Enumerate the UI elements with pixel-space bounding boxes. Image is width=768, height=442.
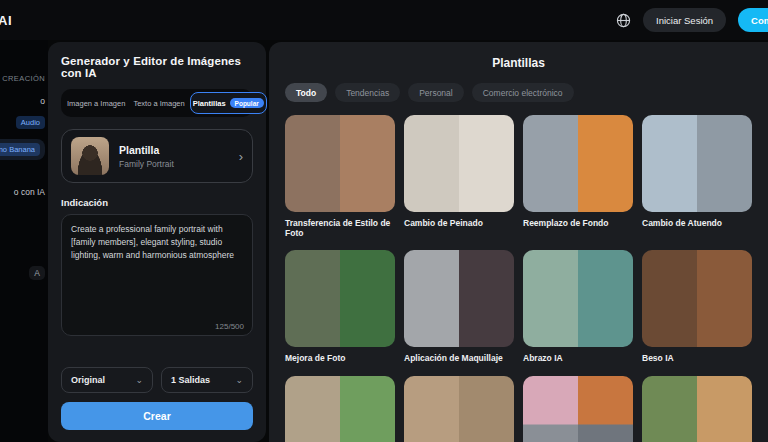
prompt-input[interactable]: Create a professional family portrait wi… <box>61 214 253 336</box>
chevron-down-icon: ⌄ <box>135 375 143 385</box>
filter-chip[interactable]: Tendencias <box>335 83 400 102</box>
generator-title: Generador y Editor de Imágenes con IA <box>61 55 253 79</box>
sidebar-item-label: E CREACIÓN <box>0 74 45 83</box>
template-image <box>523 115 633 212</box>
mode-tab[interactable]: Texto a Imagen <box>130 92 187 114</box>
template-image <box>523 250 633 347</box>
template-card-label: Mejora de Foto <box>285 353 395 363</box>
sidebar-item[interactable]: E CREACIÓN <box>0 74 45 83</box>
prompt-counter: 125/500 <box>215 322 244 331</box>
template-grid-card[interactable]: Reemplazo de Fondo <box>523 115 633 238</box>
selected-template-card[interactable]: Plantilla Family Portrait › <box>61 129 253 183</box>
template-grid-card[interactable]: Transferencia de Estilo de Foto <box>285 115 395 238</box>
template-image <box>404 115 514 212</box>
template-grid-card[interactable] <box>642 376 752 442</box>
sidebar-item[interactable]: ano Banana <box>0 139 45 160</box>
template-image <box>642 250 752 347</box>
filter-chip-label: Personal <box>419 88 453 98</box>
template-grid-card[interactable]: Cambio de Atuendo <box>642 115 752 238</box>
template-title: Plantilla <box>119 144 229 156</box>
template-image <box>285 250 395 347</box>
sidebar-item-label: o con IA <box>14 187 45 197</box>
size-select[interactable]: Original ⌄ <box>61 367 153 393</box>
filter-chip[interactable]: Todo <box>285 83 327 102</box>
filter-chip-label: Todo <box>296 88 316 98</box>
template-grid-card[interactable]: Aplicación de Maquillaje <box>404 250 514 363</box>
template-image <box>404 250 514 347</box>
globe-icon[interactable] <box>616 13 631 28</box>
template-grid-card[interactable] <box>285 376 395 442</box>
template-image <box>285 376 395 442</box>
template-grid-card[interactable]: Beso IA <box>642 250 752 363</box>
template-filters: Todo Tendencias Personal Comercio electr… <box>285 83 752 102</box>
template-image <box>404 376 514 442</box>
prompt-label: Indicación <box>61 197 253 208</box>
filter-chip-label: Tendencias <box>346 88 389 98</box>
template-card-label: Abrazo IA <box>523 353 633 363</box>
sidebar-item[interactable]: A <box>29 266 45 280</box>
template-card-label: Aplicación de Maquillaje <box>404 353 514 363</box>
template-image <box>523 376 633 442</box>
sidebar-item[interactable]: Audio <box>11 116 45 129</box>
template-grid-card[interactable]: Mejora de Foto <box>285 250 395 363</box>
topbar-actions: Iniciar Sesión Comenzar <box>616 8 768 32</box>
template-image <box>642 115 752 212</box>
tab-label: Texto a Imagen <box>133 99 184 108</box>
mode-tabs: Imagen a Imagen Texto a Imagen Plantilla… <box>61 89 253 117</box>
template-grid-card[interactable] <box>404 376 514 442</box>
app-logo: AI <box>0 13 12 28</box>
size-select-value: Original <box>71 375 105 385</box>
template-card-label: Reemplazo de Fondo <box>523 218 633 228</box>
filter-chip[interactable]: Personal <box>408 83 464 102</box>
sidebar-item[interactable]: o <box>40 96 45 106</box>
filter-chip-label: Comercio electrónico <box>483 88 563 98</box>
template-thumbnail <box>71 137 109 175</box>
template-grid-card[interactable] <box>523 376 633 442</box>
sidebar-rail: E CREACIÓN o Audio ano Banana o con IA A <box>0 40 48 442</box>
filter-chip[interactable]: Comercio electrónico <box>472 83 574 102</box>
template-card-label: Cambio de Atuendo <box>642 218 752 228</box>
top-bar: AI Iniciar Sesión Comenzar <box>0 0 768 40</box>
template-subtitle: Family Portrait <box>119 159 229 169</box>
mode-tab[interactable]: Plantillas Popular <box>190 92 267 114</box>
sidebar-item-badge: ano Banana <box>0 143 40 156</box>
template-card-label: Transferencia de Estilo de Foto <box>285 218 395 238</box>
chevron-right-icon: › <box>239 150 243 163</box>
sidebar-item[interactable]: o con IA <box>14 187 45 197</box>
generator-panel: Generador y Editor de Imágenes con IA Im… <box>48 42 266 442</box>
login-button[interactable]: Iniciar Sesión <box>643 8 726 32</box>
template-image <box>285 115 395 212</box>
template-card-label: Cambio de Peinado <box>404 218 514 228</box>
mode-tab[interactable]: Imagen a Imagen <box>64 92 128 114</box>
outputs-select[interactable]: 1 Salidas ⌄ <box>161 367 253 393</box>
template-image <box>642 376 752 442</box>
tab-label: Imagen a Imagen <box>67 99 125 108</box>
sidebar-item-label: o <box>40 96 45 106</box>
get-started-button[interactable]: Comenzar <box>738 8 768 32</box>
sidebar-item-label: A <box>34 268 40 278</box>
create-button[interactable]: Crear <box>61 402 253 430</box>
sidebar-item-badge: Audio <box>16 116 45 129</box>
tab-label: Plantillas <box>193 99 226 108</box>
templates-panel: Plantillas Todo Tendencias Personal Come… <box>269 42 768 442</box>
template-grid: Transferencia de Estilo de Foto Cambio d… <box>285 115 752 442</box>
tab-popular-badge: Popular <box>230 98 264 108</box>
outputs-select-value: 1 Salidas <box>171 375 210 385</box>
template-card-label: Beso IA <box>642 353 752 363</box>
template-grid-card[interactable]: Cambio de Peinado <box>404 115 514 238</box>
templates-title: Plantillas <box>285 56 752 70</box>
chevron-down-icon: ⌄ <box>235 375 243 385</box>
template-grid-card[interactable]: Abrazo IA <box>523 250 633 363</box>
